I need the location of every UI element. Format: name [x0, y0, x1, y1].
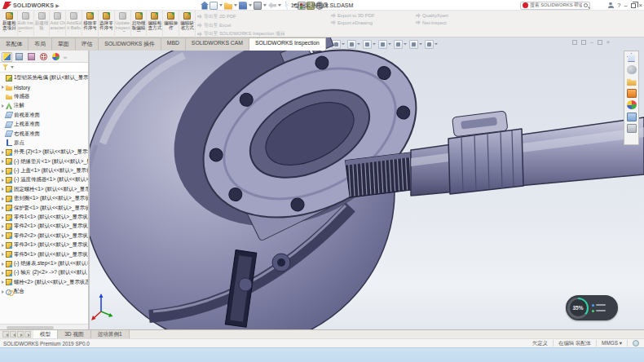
expand-arrow-icon[interactable]: [2, 188, 4, 191]
expand-arrow-icon[interactable]: [2, 151, 4, 154]
document-tab[interactable]: 运动算例1: [91, 330, 130, 338]
tree-item[interactable]: 零件3<1> (默认<<默认>_显示状态: [0, 241, 88, 249]
tree-item[interactable]: (-) 绝缘表.step<1> (默认<<默认>: [0, 259, 88, 268]
user-account-icon[interactable]: [607, 2, 614, 9]
quick-access-icon[interactable]: [315, 2, 324, 10]
quick-access-icon[interactable]: [268, 2, 276, 10]
scrollbar-thumb[interactable]: [7, 326, 54, 329]
close-button[interactable]: ×: [639, 2, 642, 9]
performance-overlay-widget[interactable]: 35%: [566, 295, 618, 320]
task-pane-tab-icon[interactable]: [627, 53, 637, 62]
headsup-icon[interactable]: [347, 40, 356, 49]
units-selector[interactable]: MMGS ▾: [602, 340, 622, 347]
tree-filter[interactable]: [0, 63, 88, 73]
ribbon-button[interactable]: 选择零件序号: [99, 11, 115, 38]
tab-scroll-last-icon[interactable]: [24, 331, 31, 338]
chevron-down-icon[interactable]: [325, 4, 329, 7]
headsup-icon[interactable]: [425, 40, 434, 49]
doc-close-icon[interactable]: ×: [607, 39, 610, 45]
chevron-down-icon[interactable]: [404, 43, 407, 45]
task-pane-tab-icon[interactable]: [627, 124, 637, 133]
chevron-down-icon[interactable]: [388, 43, 391, 45]
restore-button[interactable]: [631, 3, 636, 8]
doc-maximize-icon[interactable]: [598, 40, 602, 45]
tree-horizontal-scrollbar[interactable]: [0, 324, 88, 329]
tree-item[interactable]: 螺栓<2> (默认<<默认>_显示状态: [0, 278, 88, 287]
tree-item[interactable]: (-) 上盖<1> (默认<<默认>_显示状: [0, 166, 88, 175]
tree-item[interactable]: 右视基准面: [0, 129, 88, 138]
commandmanager-tab[interactable]: MBD: [161, 38, 186, 51]
ribbon-button[interactable]: 新建模板: [34, 11, 51, 38]
task-pane-tab-icon[interactable]: [627, 100, 637, 109]
document-tab[interactable]: 3D 视图: [58, 330, 90, 338]
expand-arrow-icon[interactable]: [2, 170, 4, 173]
quick-access-icon[interactable]: [239, 2, 247, 10]
panel-tab[interactable]: [38, 52, 49, 62]
expand-arrow-icon[interactable]: [2, 206, 4, 210]
expand-arrow-icon[interactable]: [2, 216, 4, 219]
tree-item[interactable]: 传感器: [0, 92, 88, 101]
tab-scroll-first-icon[interactable]: [2, 331, 9, 338]
task-pane-tab-icon[interactable]: [627, 113, 637, 121]
task-pane-tab-icon[interactable]: [627, 89, 637, 98]
quick-access-icon[interactable]: [283, 2, 291, 10]
expand-arrow-icon[interactable]: [2, 86, 4, 89]
doc-restore-icon[interactable]: [572, 40, 577, 45]
commandmanager-tab[interactable]: 评估: [76, 38, 99, 51]
expand-arrow-icon[interactable]: [2, 234, 4, 237]
ribbon-button[interactable]: Edit Inspection Project: [18, 11, 34, 38]
chevron-down-icon[interactable]: [373, 43, 376, 45]
ribbon-button[interactable]: 移除零件序号: [82, 11, 99, 38]
panel-tab[interactable]: [2, 52, 12, 62]
tree-item[interactable]: 保护套<1> (默认<<默认>_显示状态: [0, 203, 88, 212]
expand-arrow-icon[interactable]: [2, 290, 4, 294]
document-tab[interactable]: 模型: [33, 330, 58, 338]
tree-item[interactable]: (-) 轴片 (2)<2> ->? (默认<<默认: [0, 268, 88, 277]
chevron-down-icon[interactable]: [263, 4, 267, 7]
commandmanager-tab[interactable]: SOLIDWORKS CAM: [186, 38, 249, 51]
tree-item[interactable]: 密封圈<1> (默认<<默认>_显示状态: [0, 194, 88, 203]
doc-minimize-icon[interactable]: –: [590, 39, 593, 45]
minimize-button[interactable]: –: [624, 2, 627, 9]
globe-icon[interactable]: [633, 340, 639, 347]
expand-arrow-icon[interactable]: [2, 263, 4, 266]
chevron-down-icon[interactable]: [357, 43, 360, 45]
help-button[interactable]: ?: [617, 2, 620, 9]
panel-tabs-overflow[interactable]: ››: [64, 55, 67, 60]
tree-item[interactable]: 外壳 (2)<1> (默认<<默认>_显示状: [0, 148, 88, 157]
headsup-icon[interactable]: [378, 40, 387, 49]
ribbon-button[interactable]: 编辑操作: [163, 11, 179, 38]
headsup-icon[interactable]: [332, 40, 341, 49]
commandmanager-tab[interactable]: SOLIDWORKS 插件: [99, 38, 161, 51]
panel-tab[interactable]: [51, 52, 61, 62]
search-icon[interactable]: [584, 3, 588, 7]
tree-item[interactable]: 原点: [0, 139, 88, 148]
headsup-icon[interactable]: [409, 40, 418, 49]
tree-item[interactable]: 零件2<2> (默认<<默认>_显示状态: [0, 232, 88, 241]
panel-tab[interactable]: [14, 52, 24, 62]
quick-access-icon[interactable]: [307, 2, 315, 10]
chevron-down-icon[interactable]: [326, 43, 329, 45]
chevron-down-icon[interactable]: [434, 43, 438, 45]
quick-access-icon[interactable]: [298, 2, 306, 10]
doc-new-window-icon[interactable]: [581, 40, 586, 45]
expand-arrow-icon[interactable]: [2, 160, 4, 163]
ribbon-button[interactable]: 编辑检查方式: [147, 11, 163, 38]
ribbon-button[interactable]: Update Inspection Project: [115, 11, 131, 38]
tree-item[interactable]: 零件5<1> (默认<<默认>_显示状态: [0, 249, 88, 258]
quick-access-icon[interactable]: [210, 2, 218, 10]
quick-access-icon[interactable]: [254, 2, 262, 10]
expand-arrow-icon[interactable]: [2, 253, 4, 256]
headsup-icon[interactable]: [394, 40, 403, 49]
headsup-icon[interactable]: [363, 40, 372, 49]
tree-item[interactable]: 零件2<1> (默认<<默认>_显示状态: [0, 222, 88, 231]
ribbon-button[interactable]: 编辑缺省方式: [179, 11, 196, 38]
chevron-down-icon[interactable]: [234, 4, 237, 7]
tree-item[interactable]: (-) 绝缘垫片<1> (默认<<默认>_显: [0, 157, 88, 166]
panel-tab[interactable]: [26, 52, 37, 62]
tree-root-item[interactable]: 1型铠装热电偶 (默认<默认_显示状态-1: [0, 73, 88, 82]
commandmanager-tab[interactable]: 草图: [52, 38, 76, 51]
expand-arrow-icon[interactable]: [2, 272, 4, 275]
quick-access-icon[interactable]: [224, 2, 232, 10]
search-box[interactable]: 搜索 SOLIDWORKS 帮助: [520, 2, 590, 10]
